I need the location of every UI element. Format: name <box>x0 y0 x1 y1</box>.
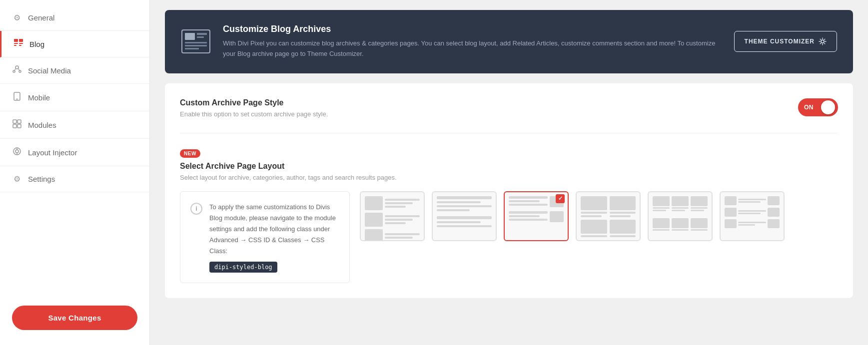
thumb-line <box>385 202 413 204</box>
svg-rect-2 <box>14 45 16 46</box>
thumb-lines <box>385 199 420 208</box>
sidebar-label-modules: Modules <box>28 121 56 129</box>
svg-rect-22 <box>185 33 195 40</box>
thumb-line <box>509 211 548 214</box>
thumb-line <box>385 219 413 221</box>
info-icon: i <box>190 203 202 215</box>
theme-customizer-button[interactable]: THEME CUSTOMIZER <box>734 31 837 52</box>
thumb-line <box>610 215 631 217</box>
thumb-line <box>509 196 548 199</box>
thumb-row <box>365 213 420 227</box>
modules-icon <box>12 119 22 130</box>
thumb-line <box>738 210 766 212</box>
svg-line-10 <box>18 68 20 71</box>
layout-thumb-2[interactable] <box>432 191 497 241</box>
settings-card: Custom Archive Page Style Enable this op… <box>165 83 853 298</box>
thumb-line <box>653 207 670 209</box>
layout-thumb-4[interactable] <box>576 191 641 241</box>
thumb-line <box>581 235 607 237</box>
sidebar-label-social-media: Social Media <box>28 66 71 75</box>
mobile-icon <box>12 92 22 103</box>
thumb-image <box>550 211 564 222</box>
banner-description: With Divi Pixel you can customize blog a… <box>223 38 722 59</box>
thumb-row <box>365 229 420 241</box>
info-box: i To apply the same customizations to Di… <box>180 191 350 283</box>
sidebar-item-modules[interactable]: Modules <box>0 111 149 139</box>
thumb-grid <box>581 196 636 237</box>
sidebar-label-general: General <box>28 13 54 22</box>
thumb-line <box>610 212 636 214</box>
thumb-image <box>365 229 383 241</box>
layout-thumb-6[interactable] <box>720 191 785 241</box>
layout-thumb-3[interactable] <box>504 191 569 241</box>
save-changes-button[interactable]: Save Changes <box>12 306 137 330</box>
css-class-badge: dipi-styled-blog <box>209 262 277 273</box>
layout-thumbnails <box>360 191 838 241</box>
sidebar-item-settings[interactable]: ⚙ Settings <box>0 166 149 192</box>
thumb-line <box>672 229 689 231</box>
thumb-line <box>437 201 481 203</box>
thumb-image <box>365 196 383 210</box>
thumb-line <box>738 224 755 226</box>
sidebar-label-blog: Blog <box>29 40 44 48</box>
select-layout-desc: Select layout for archive, categories, a… <box>180 174 838 181</box>
custom-archive-title: Custom Archive Page Style <box>180 98 328 107</box>
thumb-line <box>738 201 761 203</box>
thumb-image <box>672 218 689 228</box>
custom-archive-toggle[interactable]: ON <box>798 98 838 116</box>
toggle-knob <box>821 100 835 114</box>
layout-thumb-5[interactable] <box>648 191 713 241</box>
thumb-line <box>581 212 607 214</box>
thumb-line <box>385 206 406 208</box>
banner-title: Customize Blog Archives <box>223 24 722 34</box>
thumb-line <box>509 200 540 202</box>
thumb-line <box>509 219 548 221</box>
thumb-line <box>738 199 766 200</box>
layout-content: i To apply the same customizations to Di… <box>180 191 838 283</box>
thumb-line <box>691 207 708 209</box>
thumb-image <box>581 220 607 234</box>
layout-injector-icon <box>12 147 22 158</box>
social-media-icon <box>12 65 22 75</box>
new-badge: NEW <box>180 149 200 158</box>
sidebar-item-mobile[interactable]: Mobile <box>0 84 149 111</box>
settings-icon: ⚙ <box>12 174 22 184</box>
gear-icon <box>819 37 827 45</box>
sidebar-item-layout-injector[interactable]: Layout Injector <box>0 139 149 166</box>
thumb-grid <box>653 196 708 236</box>
thumb-line <box>437 216 492 219</box>
sidebar-item-blog[interactable]: Blog <box>0 31 149 57</box>
thumb-line <box>672 210 685 211</box>
banner-icon <box>181 29 211 54</box>
sidebar-item-social-media[interactable]: Social Media <box>0 57 149 84</box>
thumb-line <box>385 199 420 201</box>
thumb-line <box>385 222 406 224</box>
thumb-image <box>365 213 383 227</box>
thumb-image <box>653 196 670 206</box>
thumb-image <box>725 196 737 205</box>
thumb-line <box>672 207 689 209</box>
svg-point-18 <box>15 150 18 153</box>
main-content: Customize Blog Archives With Divi Pixel … <box>150 0 868 345</box>
svg-rect-16 <box>17 124 21 128</box>
thumb-line <box>691 210 704 211</box>
save-btn-container: Save Changes <box>0 296 149 345</box>
thumb-line <box>691 229 708 231</box>
sidebar-item-general[interactable]: ⚙ General <box>0 5 149 31</box>
layout-thumb-1[interactable] <box>360 191 425 241</box>
thumb-line <box>437 196 492 199</box>
banner-text: Customize Blog Archives With Divi Pixel … <box>223 24 722 59</box>
thumb-line <box>385 233 420 235</box>
thumb-image <box>725 208 737 217</box>
thumb-line <box>653 210 666 211</box>
custom-archive-section: Custom Archive Page Style Enable this op… <box>180 98 838 133</box>
toggle-label: ON <box>804 104 814 111</box>
sidebar-label-layout-injector: Layout Injector <box>28 148 77 157</box>
thumb-line <box>437 205 492 207</box>
thumb-line <box>738 222 766 223</box>
svg-rect-24 <box>197 36 204 38</box>
thumb-line <box>509 215 540 217</box>
thumb-row <box>365 196 420 210</box>
thumb-image <box>768 208 780 217</box>
svg-rect-27 <box>185 48 199 49</box>
